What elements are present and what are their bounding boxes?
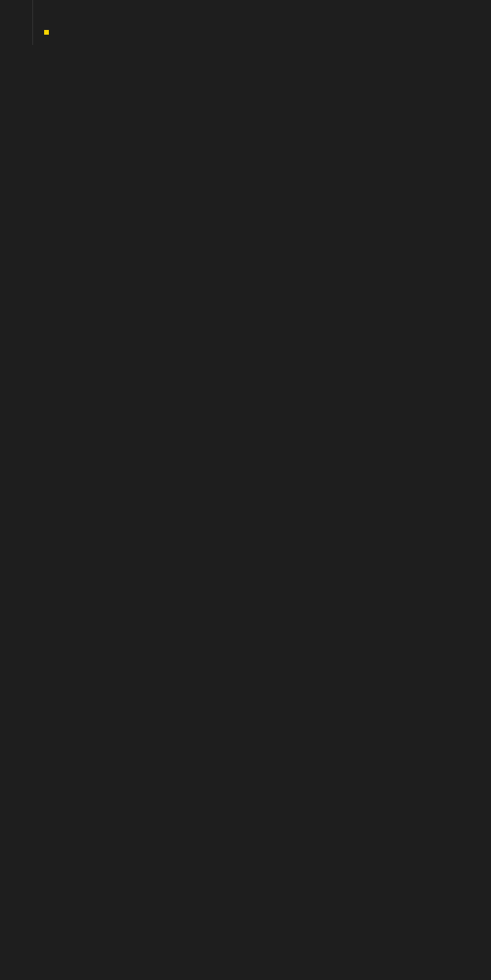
line-number-gutter xyxy=(0,0,33,45)
code-area[interactable] xyxy=(33,0,69,45)
selection-highlight xyxy=(44,30,49,35)
code-editor[interactable] xyxy=(0,0,491,45)
